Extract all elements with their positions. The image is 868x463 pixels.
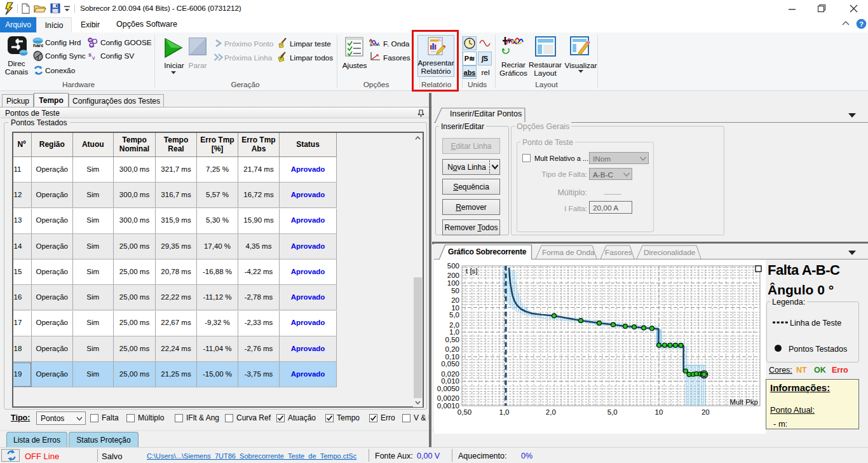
svg-text:2,0: 2,0 (546, 408, 556, 416)
svg-text:0,0050: 0,0050 (437, 385, 459, 392)
svg-text:20: 20 (451, 296, 459, 304)
svg-text:20: 20 (702, 408, 710, 416)
svg-text:Mult Pkp: Mult Pkp (729, 398, 758, 406)
svg-text:0,20: 0,20 (445, 345, 459, 353)
svg-text:0,010: 0,010 (441, 377, 459, 385)
svg-text:so: so (90, 44, 95, 48)
svg-text:2,0: 2,0 (449, 321, 459, 329)
svg-text:0,0020: 0,0020 (437, 394, 459, 402)
svg-text:hard: hard (33, 43, 43, 48)
svg-text:G: G (88, 38, 92, 42)
svg-text:0,050: 0,050 (441, 360, 459, 368)
svg-text:0,10: 0,10 (445, 353, 459, 361)
svg-text:0,50: 0,50 (445, 336, 459, 343)
svg-text:5,0: 5,0 (607, 408, 618, 416)
svg-text:?: ? (859, 20, 864, 28)
svg-text:10: 10 (451, 304, 459, 312)
svg-text:1,0: 1,0 (449, 328, 459, 336)
svg-text:0,0010: 0,0010 (437, 402, 459, 410)
svg-text:0,50: 0,50 (458, 408, 471, 416)
svg-text:s: s (88, 52, 92, 58)
svg-text:t [s]: t [s] (466, 267, 478, 275)
svg-text:200: 200 (447, 272, 459, 279)
svg-text:1,0: 1,0 (499, 408, 510, 416)
svg-text:500: 500 (447, 262, 459, 270)
svg-text:v: v (92, 55, 95, 60)
svg-text:100: 100 (447, 279, 459, 287)
svg-text:0,020: 0,020 (441, 370, 459, 378)
svg-text:10: 10 (655, 408, 663, 416)
svg-text:5,0: 5,0 (449, 311, 459, 319)
svg-text:50: 50 (451, 287, 459, 294)
